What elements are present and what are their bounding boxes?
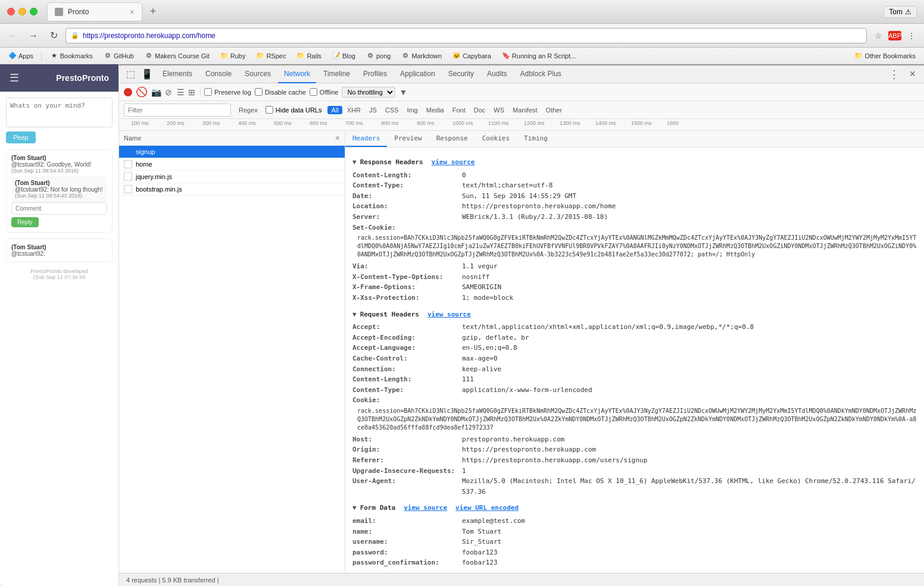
record-button[interactable] [124,88,132,96]
browser-tab-pronto[interactable]: Pronto × [47,2,142,21]
bookmark-pong[interactable]: ⚙ pong [363,51,394,61]
filter-button[interactable]: ⊘ [165,87,172,97]
request-jquery-icon [124,173,132,181]
tab-close-button[interactable]: × [130,7,135,17]
request-home[interactable]: home [119,158,345,171]
request-signup[interactable]: signup [119,146,345,158]
filter-manifest[interactable]: Manifest [509,106,541,114]
new-tab-button[interactable]: + [145,4,161,20]
bookmark-running-r[interactable]: 🔖 Running an R Script... [498,51,580,61]
clear-button[interactable]: 🚫 [136,86,148,98]
throttle-select[interactable]: No throttling [342,87,395,98]
bookmark-github[interactable]: ⚙ GitHub [100,51,138,61]
devtools-more-button[interactable]: ⋮ [885,67,903,82]
filter-font[interactable]: Font [449,106,469,114]
tick-500ms: 500 ms [274,120,292,126]
headers-tab-headers[interactable]: Headers [345,131,387,147]
devtools-tab-profiles[interactable]: Profiles [357,65,393,83]
hide-data-label[interactable]: Hide data URLs [266,106,322,114]
request-icon [124,148,132,156]
devtools-tab-security[interactable]: Security [442,65,480,83]
offline-label[interactable]: Offline [310,88,339,96]
throttle-arrow-icon[interactable]: ▼ [399,87,407,97]
post-input[interactable] [6,98,113,127]
devtools-tab-console[interactable]: Console [199,65,238,83]
devtools-device-icon[interactable]: 📱 [139,68,155,80]
headers-tab-response[interactable]: Response [429,131,475,147]
headers-tab-cookies[interactable]: Cookies [475,131,517,147]
response-view-source[interactable]: view source [432,157,475,168]
filter-media[interactable]: Media [423,106,448,114]
bookmark-rails[interactable]: 📁 Rails [293,51,324,61]
bookmark-ruby[interactable]: 📁 Ruby [217,51,249,61]
filter-js[interactable]: JS [366,106,380,114]
list-view-button[interactable]: ☰ [176,86,186,98]
maximize-window-button[interactable] [30,8,38,15]
bookmark-blog[interactable]: 📝 Blog [329,51,359,61]
comment-input[interactable] [11,202,107,215]
hide-data-checkbox[interactable] [266,106,273,114]
request-bootstrap[interactable]: bootstrap.min.js [119,183,345,196]
devtools-tab-timeline[interactable]: Timeline [317,65,356,83]
detail-view-button[interactable]: ⊞ [187,86,196,98]
request-headers-toggle[interactable]: ▼ [352,309,357,320]
form-view-url[interactable]: view URL encoded [455,503,519,513]
devtools-tab-application[interactable]: Application [394,65,441,83]
devtools-tab-sources[interactable]: Sources [239,65,277,83]
request-view-source[interactable]: view source [427,309,471,320]
devtools-tab-audits[interactable]: Audits [481,65,513,83]
devtools-tab-elements[interactable]: Elements [157,65,198,83]
preserve-log-label[interactable]: Preserve log [204,88,251,96]
filter-input[interactable] [124,104,231,117]
filter-img[interactable]: Img [403,106,421,114]
bookmark-rspec[interactable]: 📁 RSpec [252,51,289,61]
header-name: Server: [352,212,460,223]
bookmark-star-icon[interactable]: ☆ [870,28,886,43]
bookmark-capybara[interactable]: 🐱 Capybara [449,51,495,61]
bookmark-bookmarks[interactable]: ★ Bookmarks [46,51,96,61]
form-password-confirm: password_confirmation: foobar123 [352,557,917,568]
headers-tab-preview[interactable]: Preview [387,131,429,147]
filter-other[interactable]: Other [542,106,566,114]
offline-checkbox[interactable] [310,88,317,96]
filter-ws[interactable]: WS [490,106,508,114]
disable-cache-checkbox[interactable] [255,88,263,96]
forward-button[interactable]: → [25,27,42,44]
tick-1200ms: 1200 ms [524,120,545,126]
hamburger-menu-icon[interactable]: ☰ [10,71,19,84]
headers-tab-timing[interactable]: Timing [517,131,555,147]
request-bootstrap-icon [124,185,132,193]
devtools-tab-network[interactable]: Network [278,65,316,83]
close-panel-button[interactable]: × [335,133,340,143]
filter-xhr[interactable]: XHR [344,106,364,114]
back-button[interactable]: ← [5,27,21,44]
nav-actions: ☆ ABP ⋮ [870,28,919,43]
header-value: WEBrick/1.3.1 (Ruby/2.2.3/2015-08-18) [462,212,917,223]
filter-doc[interactable]: Doc [470,106,489,114]
disable-cache-label[interactable]: Disable cache [255,88,306,96]
devtools-tab-adblock[interactable]: Adblock Plus [514,65,567,83]
filter-css[interactable]: CSS [382,106,402,114]
response-headers-toggle[interactable]: ▼ [352,157,357,168]
extensions-button[interactable]: ABP [888,31,901,40]
screenshot-button[interactable]: 📷 [151,87,161,97]
filter-all[interactable]: All [327,106,342,114]
request-jquery[interactable]: jquery.min.js [119,171,345,183]
close-window-button[interactable] [7,8,15,15]
form-view-source[interactable]: view source [404,503,447,513]
reply-button[interactable]: Reply [11,217,39,227]
refresh-button[interactable]: ↻ [45,27,62,44]
address-bar[interactable]: 🔒 https://prestopronto.herokuapp.com/hom… [65,28,867,43]
bookmark-makers[interactable]: ⚙ Makers Course Git [141,51,213,61]
regex-label[interactable]: Regex [235,105,262,115]
devtools-selector-icon[interactable]: ⬚ [124,68,138,80]
minimize-window-button[interactable] [18,8,26,15]
other-bookmarks[interactable]: 📁 Other Bookmarks [851,51,919,61]
bookmark-apps[interactable]: 🔷 Apps [5,51,37,61]
preserve-log-checkbox[interactable] [204,88,212,96]
menu-button[interactable]: ⋮ [904,28,919,43]
devtools-close-button[interactable]: × [906,67,919,82]
form-data-toggle[interactable]: ▼ [352,503,357,513]
peep-button[interactable]: Peep [6,131,36,143]
bookmark-markdown[interactable]: ⚙ Markdown [398,51,445,61]
